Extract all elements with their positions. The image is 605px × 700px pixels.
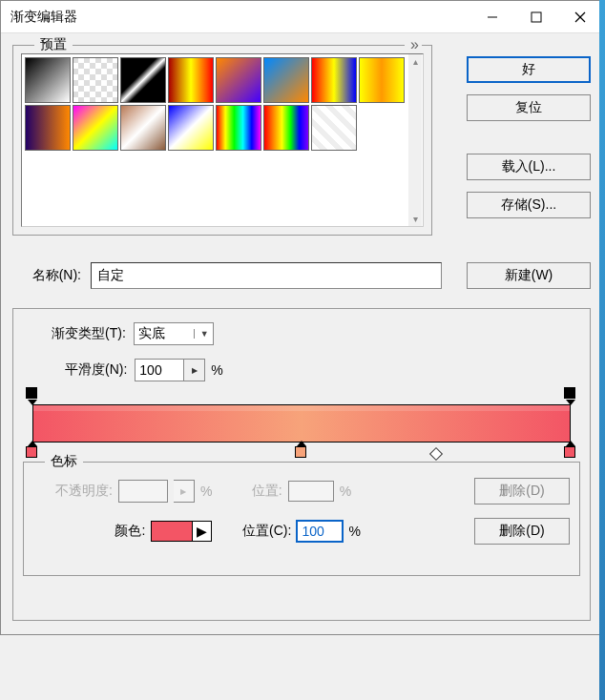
presets-menu-icon[interactable]: » (405, 36, 422, 53)
preset-scrollbar[interactable]: ▴ ▾ (408, 54, 422, 226)
opacity-pct: % (200, 484, 212, 499)
ok-button[interactable]: 好 (467, 56, 591, 83)
scroll-up-icon: ▴ (411, 54, 420, 69)
opacity-stop[interactable] (564, 387, 577, 401)
delete-color-stop-button[interactable]: 删除(D) (474, 518, 570, 545)
smoothness-stepper[interactable]: ▶ (184, 359, 205, 381)
gradient-type-value: 实底 (138, 325, 165, 342)
preset-swatch[interactable] (311, 57, 357, 103)
right-button-column: 好 复位 载入(L)... 存储(S)... (467, 56, 591, 218)
opacity-stop[interactable] (26, 387, 39, 401)
preset-swatch[interactable] (311, 105, 357, 151)
preset-swatch[interactable] (25, 105, 71, 151)
maximize-button[interactable] (514, 1, 558, 33)
new-button[interactable]: 新建(W) (467, 262, 591, 289)
color-stop[interactable] (26, 446, 39, 460)
opacity-position-label: 位置: (252, 483, 282, 500)
color-swatch (151, 521, 193, 542)
gradient-bar-wrap (32, 404, 571, 443)
opacity-stepper: ▶ (174, 480, 195, 503)
name-label: 名称(N): (12, 267, 81, 284)
color-picker-caret[interactable]: ▶ (193, 521, 212, 542)
gradient-section: 渐变类型(T): 实底 ▼ 平滑度(N): ▶ % (12, 308, 591, 621)
chevron-down-icon: ▼ (194, 329, 209, 339)
name-row: 名称(N): 新建(W) (12, 262, 591, 289)
preset-swatch[interactable] (216, 105, 261, 151)
preset-swatch[interactable] (120, 105, 166, 151)
opacity-label: 不透明度: (55, 483, 113, 500)
color-stop[interactable] (295, 446, 308, 460)
opacity-input (118, 480, 168, 503)
opacity-position-input (288, 481, 334, 502)
gradient-type-select[interactable]: 实底 ▼ (134, 322, 214, 345)
stops-legend: 色标 (45, 453, 83, 470)
gradient-bar[interactable] (32, 404, 571, 443)
smoothness-input[interactable] (135, 359, 184, 381)
preset-swatch[interactable] (168, 105, 214, 151)
color-well[interactable]: ▶ (151, 521, 212, 542)
minimize-button[interactable] (470, 1, 514, 33)
close-button[interactable] (558, 1, 602, 33)
window-controls (470, 1, 602, 33)
color-stop[interactable] (564, 446, 577, 460)
scroll-down-icon: ▾ (411, 212, 420, 226)
presets-fieldset: 预置 » ▴ ▾ (12, 45, 432, 236)
opacity-position-pct: % (340, 484, 351, 499)
color-label: 颜色: (115, 523, 145, 540)
load-button[interactable]: 载入(L)... (467, 154, 591, 180)
color-position-pct: % (348, 524, 360, 539)
preset-swatch-grid (22, 54, 423, 154)
preset-swatch[interactable] (120, 57, 166, 103)
preset-swatch[interactable] (73, 105, 118, 151)
preset-swatch[interactable] (216, 57, 261, 103)
preset-swatch[interactable] (359, 57, 405, 103)
gradient-editor-window: 渐变编辑器 好 复位 载入(L)... 存储(S)... 预置 » ▴ ▾ (0, 0, 603, 635)
preset-swatch[interactable] (168, 57, 214, 103)
dialog-content: 好 复位 载入(L)... 存储(S)... 预置 » ▴ ▾ 名称(N): 新… (1, 33, 602, 634)
smoothness-label: 平滑度(N): (65, 361, 127, 379)
preset-swatch[interactable] (25, 57, 71, 103)
color-position-label: 位置(C): (242, 523, 291, 540)
color-position-input[interactable] (297, 521, 343, 542)
reset-button[interactable]: 复位 (467, 94, 591, 121)
save-button[interactable]: 存储(S)... (467, 192, 591, 218)
preset-swatch-panel: ▴ ▾ (21, 53, 424, 227)
window-title: 渐变编辑器 (10, 9, 77, 26)
delete-opacity-stop-button: 删除(D) (474, 478, 570, 504)
name-input[interactable] (91, 262, 442, 289)
titlebar: 渐变编辑器 (1, 1, 602, 33)
svg-rect-1 (532, 12, 541, 22)
preset-swatch[interactable] (73, 57, 118, 103)
preset-swatch[interactable] (263, 105, 309, 151)
preset-swatch[interactable] (263, 57, 309, 103)
background-app-stripe (599, 0, 605, 700)
stops-fieldset: 色标 不透明度: ▶ % 位置: % 删除(D) (23, 462, 580, 576)
presets-legend: 预置 (34, 36, 73, 53)
midpoint-diamond[interactable] (429, 447, 443, 461)
gradient-type-label: 渐变类型(T): (52, 325, 126, 342)
caret-right-icon: ▶ (192, 366, 198, 375)
percent-sign: % (211, 362, 222, 378)
